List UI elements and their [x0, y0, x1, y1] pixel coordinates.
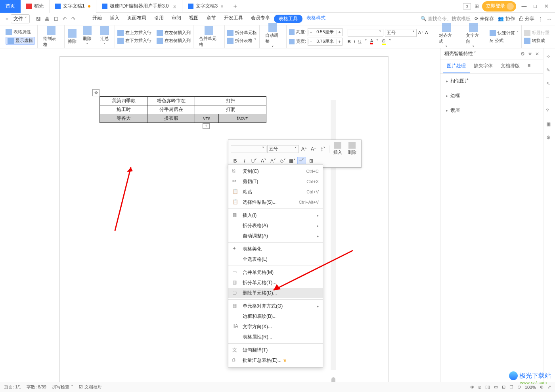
ctx-paste[interactable]: 📋粘贴Ctrl+V: [228, 187, 323, 197]
mini-delete-button[interactable]: 删除: [345, 142, 359, 155]
ctx-insert[interactable]: ▦插入(I)▸: [228, 210, 323, 220]
page-indicator[interactable]: 页面: 1/1: [4, 384, 21, 390]
section-layer[interactable]: 素层: [440, 103, 543, 118]
align-button[interactable]: 对齐方式˅: [436, 23, 457, 50]
menu-icon[interactable]: ≡: [3, 16, 11, 22]
fill-button[interactable]: ◇˅: [278, 157, 287, 165]
tab-chapter[interactable]: 章节: [203, 15, 220, 23]
gear-icon[interactable]: ⚙: [546, 135, 553, 141]
ctx-copy[interactable]: ⎘复制(C)Ctrl+C: [228, 166, 323, 176]
panel-tab-layout[interactable]: 文档排版: [497, 59, 524, 73]
table-move-handle[interactable]: ✥: [92, 89, 100, 96]
tab-tablestyle[interactable]: 表格样式: [302, 15, 329, 23]
tab-home[interactable]: 首页: [0, 0, 21, 13]
nav-icon[interactable]: ⎚: [478, 385, 481, 390]
underline-button[interactable]: U˅: [250, 157, 258, 165]
tab-doc1[interactable]: 文字文稿1: [50, 0, 96, 13]
add-tab-button[interactable]: +: [229, 3, 241, 10]
quickcalc-button[interactable]: 快速计算˅: [490, 30, 519, 36]
italic-button[interactable]: I: [240, 157, 249, 165]
gear-icon[interactable]: ⚙: [521, 51, 525, 57]
align-button[interactable]: ≡˅: [297, 157, 306, 165]
fit-icon[interactable]: ⤢: [547, 384, 551, 390]
mini-fontsize-select[interactable]: 五号˅: [267, 145, 299, 153]
highlight-button[interactable]: ∅: [382, 38, 386, 45]
unsaved-button[interactable]: ⟳ 未保存: [475, 15, 494, 22]
underline-button[interactable]: U: [358, 39, 362, 44]
apps-icon[interactable]: ⊞: [471, 1, 482, 12]
panel-tab-font[interactable]: 缺失字体: [470, 59, 497, 73]
print-icon[interactable]: 🖶: [44, 16, 50, 22]
tab-review[interactable]: 审阅: [168, 15, 185, 23]
book-icon[interactable]: ▯▯: [485, 384, 490, 390]
tab-layout[interactable]: 页面布局: [123, 15, 150, 23]
preview-icon[interactable]: ☐: [53, 16, 59, 22]
width-stepper[interactable]: −3.76厘米+: [308, 38, 343, 46]
web-icon[interactable]: ☐: [509, 384, 513, 390]
tab-dev[interactable]: 开发工具: [220, 15, 247, 23]
share-button[interactable]: 凸 分享: [519, 15, 534, 22]
pencil-icon[interactable]: ✎: [546, 67, 553, 74]
insert-right-button[interactable]: 在右侧插入列: [157, 38, 191, 44]
zoom-out-button[interactable]: ⊖: [517, 384, 521, 390]
table-row-selected[interactable]: 等各大换衣服vzsfscvz: [100, 114, 266, 123]
formula-button[interactable]: fx 公式: [490, 38, 519, 44]
merge-cells-button[interactable]: 合并单元格: [196, 26, 222, 48]
ctx-split-table[interactable]: 拆分表格(A)▸: [228, 220, 323, 231]
tab-view[interactable]: 视图: [185, 15, 203, 23]
line-space-icon[interactable]: ‡˅: [319, 145, 327, 153]
grow-font-icon[interactable]: A⁺: [300, 145, 308, 153]
close-button[interactable]: ✕: [541, 1, 552, 12]
outline-icon[interactable]: ⊡: [502, 384, 505, 390]
section-border[interactable]: 边框: [440, 88, 543, 103]
ctx-autofit[interactable]: 自动调整(A)▸: [228, 231, 323, 241]
proofread-button[interactable]: ☑ 文档校对: [79, 384, 102, 390]
more-icon[interactable]: ⋮: [538, 16, 543, 22]
insert-left-button[interactable]: 在左侧插入列: [157, 30, 191, 36]
shrink-font-icon[interactable]: A⁻: [309, 145, 318, 153]
spellcheck-button[interactable]: 拼写检查 ˅: [52, 384, 73, 390]
document-canvas[interactable]: ✥ 我第四季款粉色赤峰市在打扫 施工时分手厨房在打洞 等各大换衣服vzsfscv…: [0, 48, 440, 382]
tab-insert[interactable]: 插入: [106, 15, 123, 23]
tab-pdf[interactable]: 极速PDF编辑器用户手册3.0 ⊡: [96, 0, 183, 13]
border-button[interactable]: ▦˅: [288, 157, 297, 165]
zoom-in-button[interactable]: ⊕: [540, 384, 544, 390]
draw-table-button[interactable]: 绘制表格: [40, 26, 62, 48]
ctx-merge[interactable]: ▭合并单元格(M): [228, 267, 323, 277]
fontsize-select[interactable]: 五号˅: [385, 29, 417, 37]
split-table-button[interactable]: 拆分表格˅: [227, 38, 257, 44]
summary-button[interactable]: 汇总˅: [97, 26, 112, 48]
bold-button[interactable]: B: [231, 157, 239, 165]
mini-font-select[interactable]: ˅: [231, 145, 266, 153]
tab-vip[interactable]: 会员专享: [247, 15, 274, 23]
table[interactable]: 我第四季款粉色赤峰市在打扫 施工时分手厨房在打洞 等各大换衣服vzsfscvz: [100, 96, 266, 123]
table-row[interactable]: 我第四季款粉色赤峰市在打扫: [100, 97, 266, 105]
ctx-cell-align[interactable]: ▦单元格对齐方式(G)▸: [228, 301, 323, 311]
ctx-tableprops[interactable]: 表格属性(R)...: [228, 332, 323, 342]
ctx-beautify[interactable]: ✦表格美化: [228, 244, 323, 254]
convert-button[interactable]: 转换成: [524, 38, 549, 44]
mini-insert-button[interactable]: 插入: [331, 142, 344, 155]
zoom-level[interactable]: 100%: [525, 385, 536, 390]
textdir-button[interactable]: 文字方向˅: [463, 23, 484, 50]
select-icon[interactable]: ↖: [546, 81, 553, 87]
ctx-paste-special[interactable]: 📋选择性粘贴(S)...Ctrl+Alt+V: [228, 197, 323, 207]
scroll-thumb[interactable]: [331, 377, 335, 382]
merge-icon[interactable]: ⊞: [307, 157, 316, 165]
section-similar[interactable]: 相似图片: [440, 74, 543, 88]
eye-icon[interactable]: 👁: [470, 385, 475, 390]
show-frame-button[interactable]: 显示虚框: [6, 37, 35, 45]
pin-icon[interactable]: ⤧: [528, 51, 532, 57]
sparkle-icon[interactable]: ✧: [546, 54, 553, 60]
ctx-textdir[interactable]: IIA文字方向(X)...: [228, 321, 323, 332]
add-row-button[interactable]: +: [203, 123, 210, 129]
shrink-font-icon[interactable]: A⁻: [425, 30, 430, 35]
table-row[interactable]: 施工时分手厨房在打洞: [100, 105, 266, 114]
file-menu[interactable]: 文件˅: [11, 14, 30, 23]
highlight-button[interactable]: A˅: [259, 157, 268, 165]
titlerow-button[interactable]: 标题行重: [524, 30, 549, 36]
search-box[interactable]: 🔍 查找命令、搜索模板: [421, 15, 471, 22]
panel-tab-more[interactable]: ≡: [524, 59, 534, 73]
insert-above-button[interactable]: 在上方插入行: [117, 30, 151, 36]
insert-below-button[interactable]: 在下方插入行: [117, 38, 151, 44]
